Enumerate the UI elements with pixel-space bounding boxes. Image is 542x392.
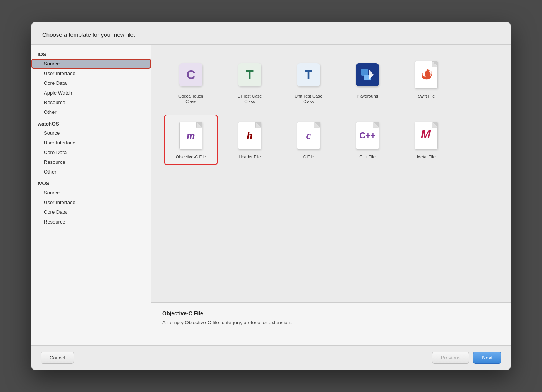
c-file-label: C File (303, 154, 314, 160)
objc-m-letter: m (187, 130, 195, 141)
template-metal-file[interactable]: M Metal File (399, 115, 453, 165)
cocoa-c-icon: C (179, 63, 202, 86)
header-file-label: Header File (239, 154, 261, 160)
template-ui-test-case[interactable]: T UI Test CaseClass (223, 54, 277, 110)
template-swift-file[interactable]: Swift File (399, 54, 453, 110)
next-button[interactable]: Next (473, 352, 501, 364)
template-header-file[interactable]: h Header File (223, 115, 277, 165)
ui-test-t-icon: T (238, 63, 261, 86)
template-unit-test-case[interactable]: T Unit Test CaseClass (281, 54, 336, 110)
template-dialog: Choose a template for your new file: iOS… (31, 22, 511, 370)
template-cpp-file[interactable]: C++ C++ File (340, 115, 394, 165)
playground-label: Playground (357, 93, 378, 99)
sidebar-item-tvos-core-data[interactable]: Core Data (31, 207, 151, 217)
c-file-doc: c (297, 122, 320, 150)
sidebar-group-watchos: watchOS (31, 117, 151, 128)
sidebar-item-ios-resource[interactable]: Resource (31, 98, 151, 107)
svg-text:M: M (421, 127, 431, 140)
sidebar-item-ios-other[interactable]: Other (31, 107, 151, 117)
objc-label: Objective-C File (176, 154, 206, 160)
unit-test-icon: T (295, 59, 322, 90)
header-file-doc: h (238, 122, 261, 150)
cancel-button[interactable]: Cancel (41, 352, 74, 364)
header-h-letter: h (247, 130, 253, 141)
template-objective-c-file[interactable]: m Objective-C File (164, 115, 218, 165)
template-playground[interactable]: Playground (340, 54, 394, 110)
playground-arrow-icon (356, 63, 379, 86)
sidebar-group-tvos: tvOS (31, 177, 151, 188)
sidebar-item-tvos-source[interactable]: Source (31, 188, 151, 198)
metal-icon: M (412, 120, 440, 151)
sidebar-item-tvos-user-interface[interactable]: User Interface (31, 198, 151, 207)
previous-button[interactable]: Previous (432, 352, 470, 364)
cpp-file-doc: C++ (356, 122, 379, 150)
sidebar-group-ios: iOS (31, 48, 151, 59)
sidebar-item-ios-user-interface[interactable]: User Interface (31, 69, 151, 78)
dialog-footer: Cancel Previous Next (31, 346, 511, 370)
cocoa-touch-label: Cocoa TouchClass (178, 93, 203, 105)
cpp-file-label: C++ File (359, 154, 376, 160)
sidebar-item-ios-core-data[interactable]: Core Data (31, 78, 151, 88)
description-area: Objective-C File An empty Objective-C fi… (151, 303, 511, 345)
sidebar: iOS Source User Interface Core Data Appl… (31, 45, 151, 345)
sidebar-item-watchos-user-interface[interactable]: User Interface (31, 138, 151, 148)
swift-file-label: Swift File (418, 93, 435, 99)
sidebar-item-tvos-resource[interactable]: Resource (31, 217, 151, 227)
dialog-body: iOS Source User Interface Core Data Appl… (31, 44, 511, 346)
sidebar-item-watchos-resource[interactable]: Resource (31, 157, 151, 167)
sidebar-item-ios-apple-watch[interactable]: Apple Watch (31, 88, 151, 98)
metal-file-doc: M (415, 122, 438, 150)
template-grid: C Cocoa TouchClass T UI Test CaseClass T (151, 45, 511, 303)
header-icon: h (236, 120, 264, 151)
template-cocoa-touch-class[interactable]: C Cocoa TouchClass (164, 54, 218, 110)
objc-icon: m (177, 120, 205, 151)
svg-rect-0 (361, 69, 368, 76)
footer-right-buttons: Previous Next (432, 352, 501, 364)
swift-icon (412, 59, 440, 90)
main-content: C Cocoa TouchClass T UI Test CaseClass T (151, 45, 511, 345)
ui-test-icon: T (236, 59, 264, 90)
ui-test-label: UI Test CaseClass (238, 93, 262, 105)
description-text: An empty Objective-C file, category, pro… (162, 319, 500, 327)
cocoa-touch-icon: C (177, 59, 205, 90)
metal-file-label: Metal File (417, 154, 436, 160)
sidebar-item-watchos-core-data[interactable]: Core Data (31, 148, 151, 157)
metal-m-letter: M (420, 127, 432, 144)
swift-file-doc (415, 61, 438, 89)
description-title: Objective-C File (162, 310, 500, 316)
cpp-icon: C++ (353, 120, 381, 151)
c-file-icon: c (295, 120, 322, 151)
objc-file-doc: m (179, 122, 202, 150)
unit-test-t-icon: T (297, 63, 320, 86)
playground-icon (353, 59, 381, 90)
template-c-file[interactable]: c C File (281, 115, 336, 165)
sidebar-item-watchos-other[interactable]: Other (31, 167, 151, 177)
sidebar-item-ios-source[interactable]: Source (31, 59, 151, 69)
c-letter: c (306, 130, 311, 141)
dialog-title: Choose a template for your new file: (31, 22, 511, 44)
sidebar-item-watchos-source[interactable]: Source (31, 128, 151, 138)
cpp-letter: C++ (359, 131, 376, 141)
unit-test-label: Unit Test CaseClass (295, 93, 322, 105)
